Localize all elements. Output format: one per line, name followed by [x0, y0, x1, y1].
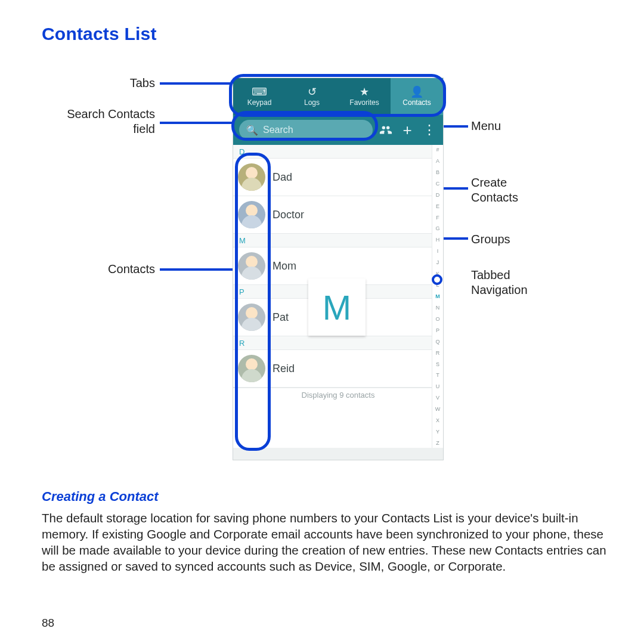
alpha-letter[interactable]: P	[436, 327, 439, 333]
callout-nav-line1: Tabbed	[471, 268, 510, 282]
contact-name: Reid	[273, 363, 295, 375]
contact-row[interactable]: Reid	[233, 350, 443, 388]
callout-tabs: Tabs	[42, 76, 155, 90]
section-header: M	[233, 234, 443, 247]
avatar	[238, 163, 265, 191]
alpha-letter[interactable]: H	[436, 237, 440, 243]
tab-label: Keypad	[247, 98, 272, 107]
tab-label: Contacts	[402, 98, 431, 107]
search-row: 🔍 Search + ⋮	[233, 115, 443, 145]
plus-icon: +	[402, 122, 411, 138]
alpha-letter[interactable]: F	[436, 215, 439, 221]
alpha-letter[interactable]: J	[436, 259, 439, 265]
callout-search-line2: field	[42, 122, 155, 136]
search-input[interactable]: 🔍 Search	[239, 120, 373, 140]
alpha-letter[interactable]: T	[436, 372, 439, 378]
star-icon: ★	[360, 86, 369, 97]
section-header: D	[233, 145, 443, 159]
tab-contacts[interactable]: 👤 Contacts	[391, 78, 443, 115]
alpha-letter-current[interactable]: M	[435, 293, 440, 299]
callout-menu: Menu	[471, 119, 501, 133]
callout-search-line1: Search Contacts	[42, 107, 155, 121]
keypad-icon: ⌨	[252, 86, 267, 97]
section-header: R	[233, 336, 443, 350]
callout-create-line1: Create	[471, 176, 507, 190]
contact-name: Mom	[273, 260, 296, 273]
highlight-index-dot	[432, 274, 442, 285]
alpha-letter[interactable]: I	[437, 248, 439, 254]
tab-bar: ⌨ Keypad ↺ Logs ★ Favorites 👤 Contacts	[233, 78, 443, 115]
contacts-list[interactable]: D Dad Doctor M Mom P	[233, 145, 443, 448]
alpha-letter[interactable]: Y	[436, 429, 439, 435]
contact-name: Pat	[273, 311, 289, 324]
alpha-letter[interactable]: A	[436, 158, 439, 164]
contact-row[interactable]: Doctor	[233, 196, 443, 234]
alpha-letter[interactable]: V	[436, 395, 439, 401]
line-contacts	[160, 268, 239, 271]
avatar	[238, 201, 265, 228]
avatar	[238, 355, 265, 382]
tab-label: Logs	[304, 98, 320, 107]
logs-icon: ↺	[308, 86, 317, 97]
alpha-letter[interactable]: S	[436, 361, 439, 367]
tab-favorites[interactable]: ★ Favorites	[338, 78, 391, 115]
phone-screenshot: ⌨ Keypad ↺ Logs ★ Favorites 👤 Contacts	[233, 78, 444, 460]
avatar	[238, 252, 265, 280]
menu-button[interactable]: ⋮	[420, 122, 437, 138]
alpha-index[interactable]: # A B C D E F G H I J K L M N O P	[432, 145, 443, 448]
search-icon: 🔍	[246, 125, 258, 136]
alpha-letter[interactable]: C	[436, 181, 440, 187]
contact-row[interactable]: Dad	[233, 159, 443, 196]
callout-create-line2: Contacts	[471, 191, 518, 205]
tab-logs[interactable]: ↺ Logs	[286, 78, 338, 115]
page-number: 88	[42, 617, 54, 630]
manual-page: Contacts List Tabs Search Contacts field…	[0, 0, 644, 644]
callout-groups: Groups	[471, 233, 510, 246]
contact-name: Dad	[273, 171, 292, 184]
tab-label: Favorites	[349, 98, 379, 107]
alpha-letter[interactable]: N	[436, 305, 440, 311]
list-status: Displaying 9 contacts	[233, 388, 443, 401]
alpha-letter[interactable]: G	[435, 225, 439, 231]
alpha-letter[interactable]: Z	[436, 440, 439, 446]
alpha-letter[interactable]: B	[436, 169, 439, 175]
alpha-letter[interactable]: W	[435, 406, 441, 412]
index-preview-tile: M	[308, 278, 366, 336]
contact-name: Doctor	[273, 209, 304, 221]
line-tabs	[160, 82, 237, 85]
tab-keypad[interactable]: ⌨ Keypad	[233, 78, 286, 115]
alpha-letter[interactable]: #	[436, 147, 439, 153]
callout-nav-line2: Navigation	[471, 283, 528, 297]
alpha-letter[interactable]: X	[436, 417, 439, 423]
add-contact-button[interactable]: +	[399, 122, 416, 138]
page-title: Contacts List	[42, 24, 157, 44]
groups-button[interactable]	[377, 122, 394, 138]
callout-contacts: Contacts	[42, 262, 155, 276]
section-subtitle: Creating a Contact	[42, 489, 159, 504]
groups-icon	[379, 123, 392, 137]
alpha-letter[interactable]: Q	[435, 339, 439, 345]
search-placeholder: Search	[263, 125, 293, 135]
annotated-diagram: Tabs Search Contacts field Contacts Menu…	[42, 60, 602, 477]
section-body: The default storage location for saving …	[42, 510, 611, 574]
person-icon: 👤	[410, 86, 423, 97]
alpha-letter[interactable]: R	[436, 350, 440, 356]
avatar	[238, 304, 265, 331]
line-search	[160, 122, 233, 124]
kebab-icon: ⋮	[423, 122, 435, 138]
alpha-letter[interactable]: E	[436, 203, 439, 209]
alpha-letter[interactable]: U	[436, 383, 440, 389]
alpha-letter[interactable]: O	[435, 316, 439, 322]
alpha-letter[interactable]: D	[436, 192, 440, 198]
